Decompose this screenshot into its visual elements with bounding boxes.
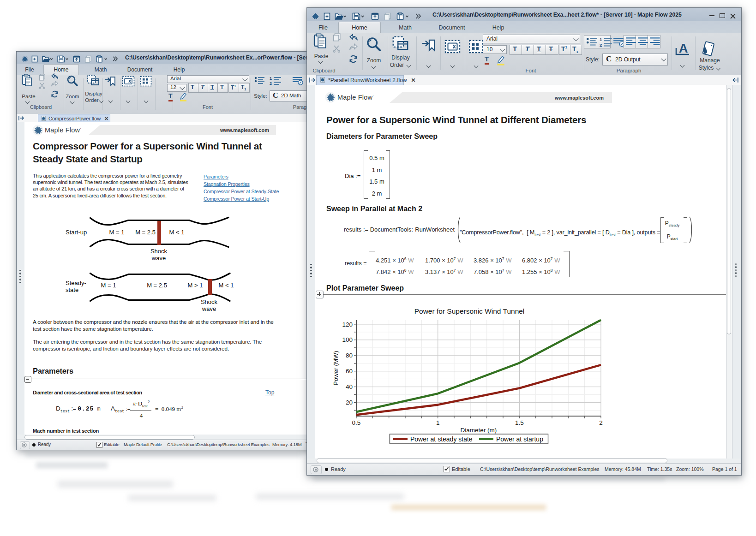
- svg-text:A: A: [679, 42, 688, 55]
- svg-text:1: 1: [436, 419, 440, 426]
- svg-text:2: 2: [599, 419, 603, 426]
- svg-text:M < 1: M < 1: [219, 282, 234, 289]
- svg-text:M = 1: M = 1: [109, 229, 125, 236]
- svg-text:Power for Supersonic Wind Tunn: Power for Supersonic Wind Tunnel: [414, 307, 525, 315]
- svg-text:Power (MW): Power (MW): [332, 351, 339, 386]
- svg-text:1: 1: [600, 37, 602, 42]
- svg-text:1: 1: [270, 76, 272, 81]
- svg-text:Shock: Shock: [150, 248, 168, 255]
- svg-text:Diameter (m): Diameter (m): [461, 427, 497, 434]
- svg-text:40: 40: [346, 383, 353, 390]
- svg-text:0.5: 0.5: [352, 419, 361, 426]
- svg-text:120: 120: [342, 321, 353, 328]
- svg-text:1.5: 1.5: [515, 419, 524, 426]
- svg-text:wave: wave: [151, 255, 166, 262]
- svg-text:M = 2.5: M = 2.5: [135, 229, 156, 236]
- svg-text:2: 2: [600, 42, 602, 48]
- svg-text:80: 80: [346, 352, 353, 359]
- svg-text:20: 20: [346, 399, 353, 406]
- svg-text:Power at startup: Power at startup: [496, 435, 543, 443]
- svg-text:100: 100: [342, 336, 353, 343]
- svg-text:Shock: Shock: [201, 298, 218, 305]
- svg-text:2: 2: [270, 81, 272, 86]
- svg-text:M = 1: M = 1: [101, 282, 116, 289]
- svg-text:state: state: [66, 286, 78, 293]
- svg-text:Start-up: Start-up: [66, 229, 87, 236]
- svg-text:M < 1: M < 1: [169, 229, 185, 236]
- svg-text:wave: wave: [202, 305, 216, 312]
- svg-text:60: 60: [346, 368, 353, 375]
- svg-text:Steady-: Steady-: [66, 280, 86, 286]
- svg-text:M > 1: M > 1: [188, 282, 203, 289]
- svg-text:Power at steady state: Power at steady state: [410, 435, 473, 443]
- svg-text:M = 2.5: M = 2.5: [147, 282, 167, 289]
